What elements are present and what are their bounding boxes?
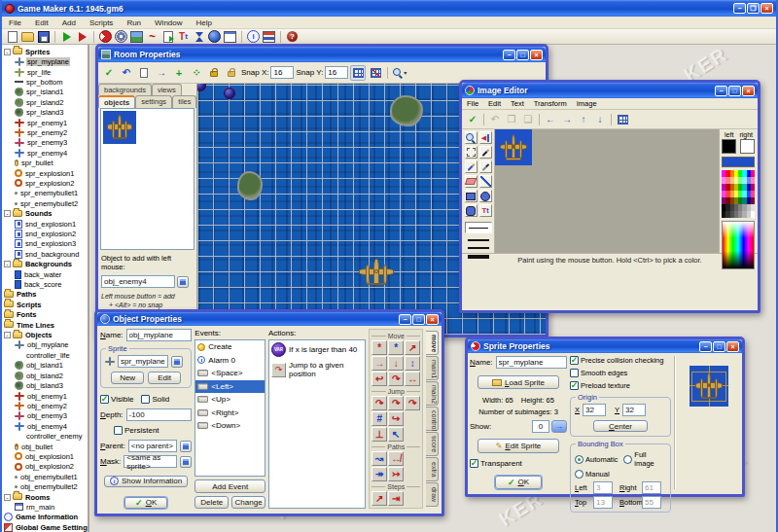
- paths-action-1[interactable]: ↮: [388, 451, 404, 466]
- instance-island[interactable]: [237, 171, 263, 200]
- menu-scripts[interactable]: Scripts: [83, 17, 120, 28]
- expand-box[interactable]: -: [4, 49, 11, 55]
- main-titlebar[interactable]: Game Maker 6.1: 1945.gm6 − ❐ ×: [2, 0, 776, 17]
- tree-item-obj-enemy1[interactable]: obj_enemy1: [2, 391, 88, 401]
- choose-sprite-button[interactable]: [171, 356, 183, 368]
- shift-up-icon[interactable]: ↑: [576, 112, 591, 127]
- tree-item-spr-bullet[interactable]: spr_bullet: [2, 158, 88, 167]
- tree-item-obj-myplane[interactable]: obj_myplane: [2, 340, 88, 350]
- choose-object-button[interactable]: [177, 276, 189, 288]
- color-spectrum[interactable]: [722, 221, 755, 269]
- tree-item-obj-island1[interactable]: obj_island1: [2, 361, 88, 371]
- tree-item-obj-island3[interactable]: obj_island3: [2, 380, 88, 390]
- tree-item-spr-explosion1[interactable]: spr_explosion1: [2, 168, 88, 178]
- move-action-0[interactable]: *: [371, 340, 387, 355]
- event-item[interactable]: Create: [195, 340, 265, 354]
- parent-field[interactable]: <no parent>: [128, 440, 178, 452]
- shift-left-icon[interactable]: ←: [543, 112, 558, 127]
- action-item[interactable]: ↷Jump to a given position: [269, 359, 365, 380]
- line-tool[interactable]: [479, 175, 492, 188]
- close-button[interactable]: ×: [742, 86, 755, 96]
- event-item[interactable]: <Space>: [195, 367, 265, 380]
- room-titlebar[interactable]: Room Properties − □ ×: [98, 47, 546, 62]
- expand-box[interactable]: -: [4, 494, 11, 501]
- edit-sprite-button[interactable]: ✎ Edit Sprite: [477, 439, 559, 452]
- add-room-button[interactable]: [224, 31, 236, 43]
- tree-item-back-score[interactable]: back_score: [2, 279, 88, 289]
- minimize-button[interactable]: −: [733, 3, 746, 14]
- clear-icon[interactable]: [136, 65, 152, 81]
- close-button[interactable]: ×: [426, 314, 439, 325]
- palette-color[interactable]: [751, 184, 755, 191]
- close-button[interactable]: ×: [726, 341, 739, 352]
- origin-y-input[interactable]: [622, 404, 646, 416]
- tab-draw[interactable]: draw: [426, 482, 439, 507]
- palette-color[interactable]: [751, 211, 755, 218]
- game-information-button[interactable]: [247, 31, 260, 43]
- tree-item-obj-enemy3[interactable]: obj_enemy3: [2, 411, 88, 421]
- mask-field[interactable]: <same as sprite>: [124, 455, 177, 468]
- add-event-button[interactable]: Add Event: [194, 479, 265, 493]
- ok-button[interactable]: ✓ OK: [495, 476, 542, 489]
- object-preview-tile[interactable]: [103, 111, 136, 144]
- menu-text[interactable]: Text: [506, 98, 529, 109]
- persistent-checkbox[interactable]: [114, 426, 123, 435]
- full-image-radio[interactable]: [623, 455, 632, 464]
- load-sprite-button[interactable]: Load Sprite: [477, 375, 559, 389]
- change-event-button[interactable]: Change: [231, 496, 265, 509]
- global-settings-button[interactable]: [263, 31, 275, 43]
- paths-action-4[interactable]: ↣: [388, 467, 404, 481]
- rounded-rectangle-tool[interactable]: [465, 204, 477, 217]
- bbox-top-input[interactable]: [593, 496, 613, 509]
- left-color-swatch[interactable]: [722, 139, 736, 154]
- tree-item-obj-bullet[interactable]: obj_bullet: [2, 442, 88, 451]
- add-script-button[interactable]: [161, 31, 174, 43]
- new-sprite-button[interactable]: New: [111, 372, 144, 384]
- move-action-6[interactable]: ↩: [371, 372, 387, 386]
- debug-game-button[interactable]: [76, 31, 88, 43]
- save-file-button[interactable]: [37, 31, 50, 43]
- unlock-icon[interactable]: [224, 65, 239, 81]
- pen-tool[interactable]: [479, 146, 492, 159]
- tree-item-snd-background[interactable]: snd_background: [2, 249, 88, 259]
- line-width-selector[interactable]: [465, 222, 492, 233]
- palette-color[interactable]: [751, 197, 755, 204]
- tree-item-spr-life[interactable]: spr_life: [2, 67, 88, 77]
- grid-toggle[interactable]: [615, 112, 630, 127]
- add-timeline-button[interactable]: [193, 31, 205, 43]
- bbox-left-input[interactable]: [593, 481, 613, 494]
- rectangle-tool[interactable]: [465, 190, 477, 202]
- palette-color[interactable]: [751, 170, 755, 177]
- lock-icon[interactable]: [206, 65, 222, 81]
- grid-toggle[interactable]: [350, 65, 366, 81]
- sprite-properties-titlebar[interactable]: Sprite Properties − □ ×: [468, 339, 742, 353]
- tab-objects[interactable]: objects: [98, 95, 135, 108]
- shift-right-icon[interactable]: →: [559, 112, 575, 127]
- tree-item-snd-explosion3[interactable]: snd_explosion3: [2, 239, 88, 249]
- apply-icon[interactable]: ✓: [465, 112, 480, 127]
- shift-down-icon[interactable]: ↓: [592, 112, 608, 127]
- jump-action-1[interactable]: ↷: [388, 396, 404, 410]
- choose-mask-button[interactable]: [180, 456, 192, 468]
- automatic-radio[interactable]: [575, 455, 584, 464]
- tree-item-scripts[interactable]: Scripts: [2, 300, 88, 309]
- expand-box[interactable]: -: [4, 261, 11, 267]
- menu-add[interactable]: Add: [55, 17, 83, 28]
- ellipse-tool[interactable]: [479, 190, 492, 202]
- tree-item-spr-explosion2[interactable]: spr_explosion2: [2, 178, 88, 188]
- manual-radio[interactable]: [575, 470, 584, 479]
- mirror-tool[interactable]: [479, 131, 492, 144]
- right-color-swatch[interactable]: [740, 139, 755, 154]
- tree-item-obj-explosion2[interactable]: obj_explosion2: [2, 462, 88, 472]
- add-sprite-button[interactable]: [99, 31, 112, 43]
- tree-item-controller-enemy[interactable]: controller_enemy: [2, 431, 88, 441]
- text-tool[interactable]: [479, 204, 492, 217]
- maximize-button[interactable]: □: [412, 314, 425, 325]
- close-button[interactable]: ×: [760, 3, 773, 14]
- snap-y-input[interactable]: [325, 66, 348, 79]
- tree-item-rm-main[interactable]: rm_main: [2, 502, 88, 512]
- new-file-button[interactable]: [6, 31, 18, 43]
- maximize-button[interactable]: □: [713, 341, 725, 352]
- tree-item-spr-enemybullet2[interactable]: spr_enemybullet2: [2, 198, 88, 208]
- object-properties-titlebar[interactable]: Object Properties − □ ×: [97, 312, 442, 326]
